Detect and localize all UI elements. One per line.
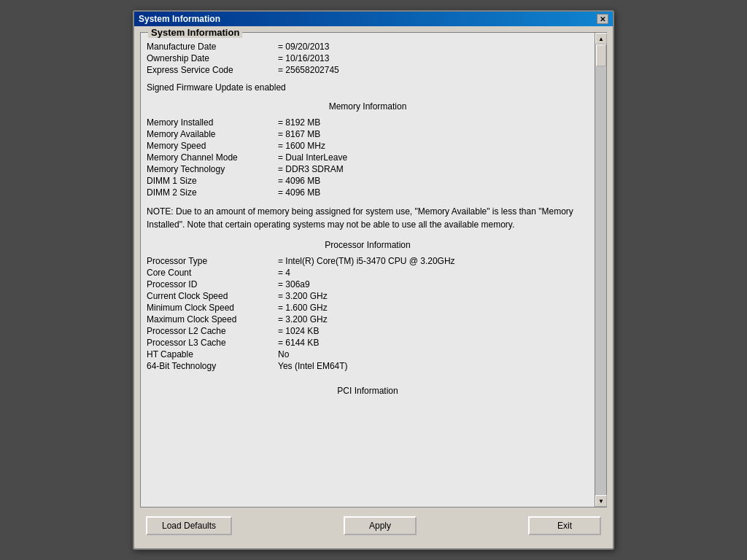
processor-row-label: Core Count bbox=[147, 268, 278, 278]
processor-row-label: Processor ID bbox=[147, 279, 278, 289]
memory-row-value: = 4096 MB bbox=[278, 187, 589, 198]
memory-row-label: Memory Technology bbox=[147, 164, 278, 174]
scroll-track[interactable] bbox=[595, 44, 606, 495]
processor-row-label: Processor L2 Cache bbox=[147, 326, 278, 336]
processor-row: Processor L3 Cache= 6144 KB bbox=[147, 338, 589, 348]
memory-section-title: Memory Information bbox=[147, 101, 589, 112]
memory-rows: Memory Installed= 8192 MBMemory Availabl… bbox=[147, 117, 589, 198]
processor-row-label: Processor Type bbox=[147, 256, 278, 266]
title-bar: System Information ✕ bbox=[134, 12, 613, 26]
firmware-text: Signed Firmware Update is enabled bbox=[147, 82, 589, 93]
manufacture-date-row: Manufacture Date = 09/20/2013 bbox=[147, 42, 589, 52]
memory-row-label: Memory Available bbox=[147, 129, 278, 139]
manufacture-date-label: Manufacture Date bbox=[147, 42, 278, 52]
ownership-date-label: Ownership Date bbox=[147, 53, 278, 63]
processor-row: Maximum Clock Speed= 3.200 GHz bbox=[147, 314, 589, 324]
content-area: Manufacture Date = 09/20/2013 Ownership … bbox=[141, 33, 595, 507]
memory-row-label: Memory Channel Mode bbox=[147, 152, 278, 163]
processor-row: HT CapableNo bbox=[147, 349, 589, 359]
memory-row-label: DIMM 2 Size bbox=[147, 187, 278, 198]
system-info-group: System Information Manufacture Date = 09… bbox=[140, 32, 607, 508]
processor-rows: Processor Type= Intel(R) Core(TM) i5-347… bbox=[147, 256, 589, 371]
memory-row-label: Memory Installed bbox=[147, 117, 278, 128]
processor-row-label: 64-Bit Technology bbox=[147, 361, 278, 371]
processor-row: Core Count= 4 bbox=[147, 268, 589, 278]
bottom-buttons: Load Defaults Apply Exit bbox=[140, 513, 607, 538]
processor-row-value: = Intel(R) Core(TM) i5-3470 CPU @ 3.20GH… bbox=[278, 256, 589, 266]
processor-row: Processor Type= Intel(R) Core(TM) i5-347… bbox=[147, 256, 589, 266]
group-legend: System Information bbox=[148, 27, 242, 38]
processor-row-label: Current Clock Speed bbox=[147, 291, 278, 301]
apply-button[interactable]: Apply bbox=[344, 516, 417, 535]
memory-row-value: = 8167 MB bbox=[278, 129, 589, 139]
processor-row-value: = 6144 KB bbox=[278, 338, 589, 348]
memory-row-label: DIMM 1 Size bbox=[147, 176, 278, 186]
memory-row: Memory Channel Mode= Dual InterLeave bbox=[147, 152, 589, 163]
processor-row-value: = 3.200 GHz bbox=[278, 314, 589, 324]
processor-row-value: = 306a9 bbox=[278, 279, 589, 289]
memory-row: Memory Installed= 8192 MB bbox=[147, 117, 589, 128]
pci-section-title: PCI Information bbox=[147, 386, 589, 396]
processor-row-label: Minimum Clock Speed bbox=[147, 303, 278, 313]
content-wrapper: Manufacture Date = 09/20/2013 Ownership … bbox=[141, 33, 606, 507]
memory-row-value: = 4096 MB bbox=[278, 176, 589, 186]
scroll-down-button[interactable]: ▼ bbox=[595, 495, 607, 507]
processor-section-title: Processor Information bbox=[147, 240, 589, 250]
express-service-value: = 25658202745 bbox=[278, 65, 589, 75]
memory-row-value: = Dual InterLeave bbox=[278, 152, 589, 163]
processor-row: Processor ID= 306a9 bbox=[147, 279, 589, 289]
memory-row-value: = 1600 MHz bbox=[278, 141, 589, 151]
close-button[interactable]: ✕ bbox=[597, 14, 608, 24]
express-service-row: Express Service Code = 25658202745 bbox=[147, 65, 589, 75]
memory-row: Memory Technology= DDR3 SDRAM bbox=[147, 164, 589, 174]
processor-row-label: Processor L3 Cache bbox=[147, 338, 278, 348]
window-body: System Information Manufacture Date = 09… bbox=[134, 26, 613, 544]
load-defaults-button[interactable]: Load Defaults bbox=[146, 516, 232, 535]
exit-button[interactable]: Exit bbox=[528, 516, 601, 535]
ownership-date-value: = 10/16/2013 bbox=[278, 53, 589, 63]
manufacture-date-value: = 09/20/2013 bbox=[278, 42, 589, 52]
scroll-thumb[interactable] bbox=[596, 44, 606, 66]
processor-row-value: = 3.200 GHz bbox=[278, 291, 589, 301]
memory-row-value: = 8192 MB bbox=[278, 117, 589, 128]
memory-row: DIMM 2 Size= 4096 MB bbox=[147, 187, 589, 198]
memory-row: DIMM 1 Size= 4096 MB bbox=[147, 176, 589, 186]
processor-row-label: HT Capable bbox=[147, 349, 278, 359]
memory-row-label: Memory Speed bbox=[147, 141, 278, 151]
processor-row: Minimum Clock Speed= 1.600 GHz bbox=[147, 303, 589, 313]
processor-row: 64-Bit TechnologyYes (Intel EM64T) bbox=[147, 361, 589, 371]
memory-row: Memory Speed= 1600 MHz bbox=[147, 141, 589, 151]
processor-row: Current Clock Speed= 3.200 GHz bbox=[147, 291, 589, 301]
ownership-date-row: Ownership Date = 10/16/2013 bbox=[147, 53, 589, 63]
processor-row-value: No bbox=[278, 349, 589, 359]
memory-row: Memory Available= 8167 MB bbox=[147, 129, 589, 139]
memory-note: NOTE: Due to an amount of memory being a… bbox=[147, 205, 589, 231]
scroll-up-button[interactable]: ▲ bbox=[595, 33, 607, 44]
system-information-window: System Information ✕ System Information … bbox=[133, 10, 614, 550]
processor-row-value: Yes (Intel EM64T) bbox=[278, 361, 589, 371]
window-title: System Information bbox=[139, 14, 220, 24]
express-service-label: Express Service Code bbox=[147, 65, 278, 75]
processor-row-label: Maximum Clock Speed bbox=[147, 314, 278, 324]
processor-row-value: = 1.600 GHz bbox=[278, 303, 589, 313]
processor-row-value: = 4 bbox=[278, 268, 589, 278]
processor-row: Processor L2 Cache= 1024 KB bbox=[147, 326, 589, 336]
memory-row-value: = DDR3 SDRAM bbox=[278, 164, 589, 174]
scrollbar[interactable]: ▲ ▼ bbox=[595, 33, 606, 507]
processor-row-value: = 1024 KB bbox=[278, 326, 589, 336]
